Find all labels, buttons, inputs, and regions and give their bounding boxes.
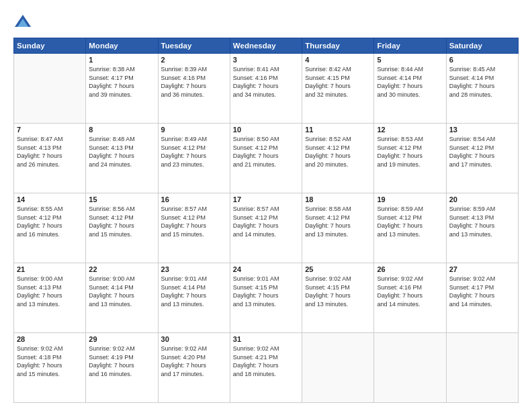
sunset-text: Sunset: 4:12 PM (449, 144, 515, 152)
daylight-line1: Daylight: 7 hours (161, 291, 227, 300)
daylight-line2: and 14 minutes. (233, 230, 299, 239)
day-info: Sunrise: 9:02 AMSunset: 4:15 PMDaylight:… (305, 275, 371, 308)
calendar-cell: 12Sunrise: 8:53 AMSunset: 4:12 PMDayligh… (374, 124, 446, 193)
day-info: Sunrise: 8:59 AMSunset: 4:13 PMDaylight:… (449, 205, 515, 238)
sunrise-text: Sunrise: 8:59 AM (377, 205, 443, 214)
day-info: Sunrise: 8:44 AMSunset: 4:14 PMDaylight:… (377, 65, 443, 99)
weekday-header-friday: Friday (374, 38, 446, 54)
daylight-line1: Daylight: 7 hours (377, 222, 443, 230)
daylight-line2: and 17 minutes. (161, 370, 227, 379)
sunset-text: Sunset: 4:17 PM (89, 74, 154, 83)
calendar-cell: 11Sunrise: 8:52 AMSunset: 4:12 PMDayligh… (302, 124, 374, 193)
sunrise-text: Sunrise: 9:02 AM (89, 345, 154, 353)
daylight-line2: and 13 minutes. (17, 300, 83, 309)
logo (13, 12, 35, 31)
day-info: Sunrise: 9:00 AMSunset: 4:14 PMDaylight:… (89, 275, 154, 308)
calendar-cell: 6Sunrise: 8:45 AMSunset: 4:14 PMDaylight… (446, 54, 518, 124)
calendar-cell: 7Sunrise: 8:47 AMSunset: 4:13 PMDaylight… (14, 124, 86, 193)
sunrise-text: Sunrise: 8:44 AM (377, 65, 443, 74)
sunrise-text: Sunrise: 9:01 AM (233, 275, 299, 283)
daylight-line2: and 13 minutes. (305, 230, 371, 239)
daylight-line2: and 28 minutes. (449, 91, 515, 99)
sunrise-text: Sunrise: 9:02 AM (449, 275, 515, 283)
sunset-text: Sunset: 4:13 PM (89, 144, 154, 152)
daylight-line2: and 23 minutes. (161, 161, 227, 169)
daylight-line2: and 13 minutes. (449, 230, 515, 239)
daylight-line1: Daylight: 7 hours (89, 152, 154, 161)
day-info: Sunrise: 8:41 AMSunset: 4:16 PMDaylight:… (233, 65, 299, 99)
day-number: 14 (17, 195, 83, 203)
day-number: 28 (17, 335, 83, 343)
sunset-text: Sunset: 4:13 PM (17, 283, 83, 292)
week-row-1: 7Sunrise: 8:47 AMSunset: 4:13 PMDaylight… (14, 124, 519, 193)
daylight-line1: Daylight: 7 hours (305, 222, 371, 230)
sunrise-text: Sunrise: 9:00 AM (89, 275, 154, 283)
day-info: Sunrise: 8:58 AMSunset: 4:12 PMDaylight:… (305, 205, 371, 238)
weekday-header-row: SundayMondayTuesdayWednesdayThursdayFrid… (14, 38, 519, 54)
sunrise-text: Sunrise: 8:39 AM (161, 65, 227, 74)
sunset-text: Sunset: 4:18 PM (17, 353, 83, 362)
daylight-line1: Daylight: 7 hours (17, 291, 83, 300)
sunrise-text: Sunrise: 8:54 AM (449, 135, 515, 144)
sunset-text: Sunset: 4:14 PM (161, 283, 227, 292)
daylight-line1: Daylight: 7 hours (377, 291, 443, 300)
calendar-cell: 20Sunrise: 8:59 AMSunset: 4:13 PMDayligh… (446, 193, 518, 263)
day-info: Sunrise: 9:02 AMSunset: 4:18 PMDaylight:… (17, 345, 83, 378)
daylight-line1: Daylight: 7 hours (89, 82, 154, 91)
sunrise-text: Sunrise: 8:57 AM (161, 205, 227, 214)
calendar-cell: 27Sunrise: 9:02 AMSunset: 4:17 PMDayligh… (446, 263, 518, 333)
week-row-4: 28Sunrise: 9:02 AMSunset: 4:18 PMDayligh… (14, 333, 519, 403)
weekday-header-monday: Monday (86, 38, 158, 54)
daylight-line2: and 34 minutes. (233, 91, 299, 99)
weekday-header-sunday: Sunday (14, 38, 86, 54)
sunrise-text: Sunrise: 8:42 AM (305, 65, 371, 74)
daylight-line1: Daylight: 7 hours (305, 152, 371, 161)
day-info: Sunrise: 9:02 AMSunset: 4:16 PMDaylight:… (377, 275, 443, 308)
weekday-header-wednesday: Wednesday (230, 38, 302, 54)
day-number: 17 (233, 195, 299, 203)
calendar-cell: 26Sunrise: 9:02 AMSunset: 4:16 PMDayligh… (374, 263, 446, 333)
calendar-cell: 19Sunrise: 8:59 AMSunset: 4:12 PMDayligh… (374, 193, 446, 263)
logo-icon (13, 12, 32, 31)
day-info: Sunrise: 8:59 AMSunset: 4:12 PMDaylight:… (377, 205, 443, 238)
day-number: 8 (89, 126, 154, 134)
daylight-line2: and 26 minutes. (17, 161, 83, 169)
sunset-text: Sunset: 4:14 PM (377, 74, 443, 83)
daylight-line2: and 14 minutes. (449, 300, 515, 309)
calendar-cell: 28Sunrise: 9:02 AMSunset: 4:18 PMDayligh… (14, 333, 86, 403)
daylight-line1: Daylight: 7 hours (449, 222, 515, 230)
calendar-cell: 30Sunrise: 9:02 AMSunset: 4:20 PMDayligh… (158, 333, 230, 403)
sunrise-text: Sunrise: 8:50 AM (233, 135, 299, 144)
day-info: Sunrise: 9:02 AMSunset: 4:21 PMDaylight:… (233, 345, 299, 378)
day-number: 1 (89, 56, 154, 64)
sunrise-text: Sunrise: 8:53 AM (377, 135, 443, 144)
day-number: 16 (161, 195, 227, 203)
sunset-text: Sunset: 4:15 PM (305, 74, 371, 83)
sunset-text: Sunset: 4:12 PM (233, 144, 299, 152)
daylight-line1: Daylight: 7 hours (377, 152, 443, 161)
daylight-line1: Daylight: 7 hours (233, 152, 299, 161)
calendar-cell: 25Sunrise: 9:02 AMSunset: 4:15 PMDayligh… (302, 263, 374, 333)
calendar-cell: 17Sunrise: 8:57 AMSunset: 4:12 PMDayligh… (230, 193, 302, 263)
daylight-line1: Daylight: 7 hours (305, 82, 371, 91)
daylight-line2: and 14 minutes. (377, 300, 443, 309)
sunrise-text: Sunrise: 8:41 AM (233, 65, 299, 74)
daylight-line1: Daylight: 7 hours (449, 291, 515, 300)
day-info: Sunrise: 8:53 AMSunset: 4:12 PMDaylight:… (377, 135, 443, 169)
daylight-line2: and 39 minutes. (89, 91, 154, 99)
weekday-header-tuesday: Tuesday (158, 38, 230, 54)
day-number: 10 (233, 126, 299, 134)
day-number: 11 (305, 126, 371, 134)
weekday-header-thursday: Thursday (302, 38, 374, 54)
day-info: Sunrise: 8:49 AMSunset: 4:12 PMDaylight:… (161, 135, 227, 169)
day-info: Sunrise: 8:57 AMSunset: 4:12 PMDaylight:… (233, 205, 299, 238)
daylight-line1: Daylight: 7 hours (17, 222, 83, 230)
calendar-cell: 3Sunrise: 8:41 AMSunset: 4:16 PMDaylight… (230, 54, 302, 124)
sunset-text: Sunset: 4:12 PM (89, 214, 154, 222)
day-number: 18 (305, 195, 371, 203)
daylight-line2: and 17 minutes. (449, 161, 515, 169)
calendar-cell: 5Sunrise: 8:44 AMSunset: 4:14 PMDaylight… (374, 54, 446, 124)
sunset-text: Sunset: 4:14 PM (449, 74, 515, 83)
daylight-line1: Daylight: 7 hours (89, 222, 154, 230)
daylight-line2: and 13 minutes. (233, 300, 299, 309)
